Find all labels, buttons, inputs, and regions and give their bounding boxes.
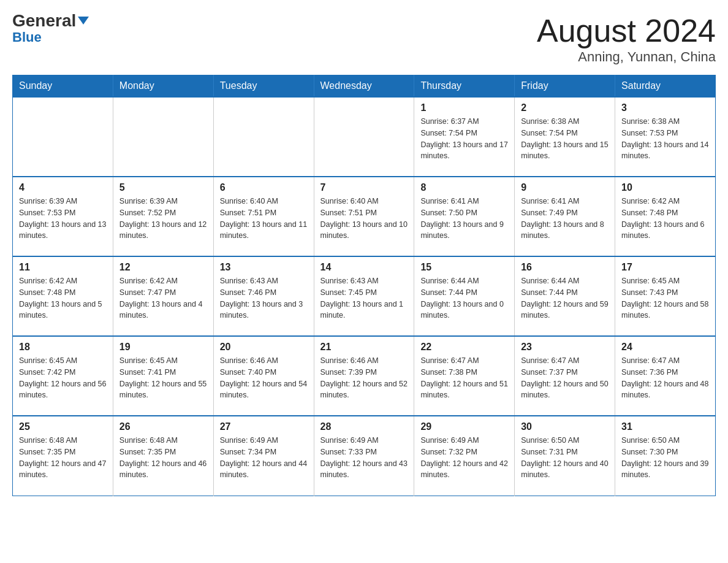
- header-sunday: Sunday: [13, 75, 113, 98]
- calendar-cell: 3Sunrise: 6:38 AMSunset: 7:53 PMDaylight…: [615, 97, 716, 177]
- day-info: Sunrise: 6:42 AMSunset: 7:48 PMDaylight:…: [19, 275, 107, 321]
- calendar-cell: 29Sunrise: 6:49 AMSunset: 7:32 PMDayligh…: [414, 416, 515, 496]
- day-number: 15: [420, 262, 508, 273]
- calendar-cell: [314, 97, 414, 177]
- day-number: 16: [521, 262, 609, 273]
- day-info: Sunrise: 6:40 AMSunset: 7:51 PMDaylight:…: [220, 196, 308, 242]
- calendar-cell: 1Sunrise: 6:37 AMSunset: 7:54 PMDaylight…: [414, 97, 515, 177]
- day-info: Sunrise: 6:50 AMSunset: 7:30 PMDaylight:…: [621, 435, 709, 481]
- week-row-5: 25Sunrise: 6:48 AMSunset: 7:35 PMDayligh…: [13, 416, 716, 496]
- calendar-cell: 27Sunrise: 6:49 AMSunset: 7:34 PMDayligh…: [213, 416, 314, 496]
- day-info: Sunrise: 6:40 AMSunset: 7:51 PMDaylight:…: [320, 196, 408, 242]
- day-number: 12: [119, 262, 207, 273]
- calendar-cell: 7Sunrise: 6:40 AMSunset: 7:51 PMDaylight…: [314, 177, 414, 256]
- day-info: Sunrise: 6:48 AMSunset: 7:35 PMDaylight:…: [19, 435, 107, 481]
- calendar-cell: 23Sunrise: 6:47 AMSunset: 7:37 PMDayligh…: [515, 336, 615, 416]
- day-info: Sunrise: 6:38 AMSunset: 7:53 PMDaylight:…: [621, 116, 709, 162]
- day-number: 26: [119, 421, 207, 432]
- day-number: 4: [19, 182, 107, 193]
- calendar-cell: 14Sunrise: 6:43 AMSunset: 7:45 PMDayligh…: [314, 256, 414, 336]
- day-info: Sunrise: 6:43 AMSunset: 7:45 PMDaylight:…: [320, 275, 408, 321]
- day-info: Sunrise: 6:45 AMSunset: 7:42 PMDaylight:…: [19, 355, 107, 401]
- day-info: Sunrise: 6:49 AMSunset: 7:33 PMDaylight:…: [320, 435, 408, 481]
- day-info: Sunrise: 6:49 AMSunset: 7:34 PMDaylight:…: [220, 435, 308, 481]
- calendar-cell: 15Sunrise: 6:44 AMSunset: 7:44 PMDayligh…: [414, 256, 515, 336]
- day-info: Sunrise: 6:41 AMSunset: 7:50 PMDaylight:…: [420, 196, 508, 242]
- calendar-header-row: SundayMondayTuesdayWednesdayThursdayFrid…: [13, 75, 716, 98]
- calendar-cell: [113, 97, 213, 177]
- day-info: Sunrise: 6:42 AMSunset: 7:48 PMDaylight:…: [621, 196, 709, 242]
- day-info: Sunrise: 6:50 AMSunset: 7:31 PMDaylight:…: [521, 435, 609, 481]
- calendar-cell: [213, 97, 314, 177]
- calendar-cell: 31Sunrise: 6:50 AMSunset: 7:30 PMDayligh…: [615, 416, 716, 496]
- day-number: 30: [521, 421, 609, 432]
- day-number: 6: [220, 182, 308, 193]
- calendar-cell: 11Sunrise: 6:42 AMSunset: 7:48 PMDayligh…: [13, 256, 113, 336]
- day-number: 25: [19, 421, 107, 432]
- calendar-cell: 18Sunrise: 6:45 AMSunset: 7:42 PMDayligh…: [13, 336, 113, 416]
- title-area: August 2024 Anning, Yunnan, China: [537, 12, 716, 65]
- calendar-cell: 21Sunrise: 6:46 AMSunset: 7:39 PMDayligh…: [314, 336, 414, 416]
- day-info: Sunrise: 6:47 AMSunset: 7:36 PMDaylight:…: [621, 355, 709, 401]
- day-info: Sunrise: 6:39 AMSunset: 7:52 PMDaylight:…: [119, 196, 207, 242]
- day-number: 2: [521, 102, 609, 113]
- day-info: Sunrise: 6:47 AMSunset: 7:37 PMDaylight:…: [521, 355, 609, 401]
- location: Anning, Yunnan, China: [537, 49, 716, 65]
- week-row-1: 1Sunrise: 6:37 AMSunset: 7:54 PMDaylight…: [13, 97, 716, 177]
- day-number: 3: [621, 102, 709, 113]
- week-row-4: 18Sunrise: 6:45 AMSunset: 7:42 PMDayligh…: [13, 336, 716, 416]
- day-number: 28: [320, 421, 408, 432]
- day-number: 8: [420, 182, 508, 193]
- calendar-cell: 30Sunrise: 6:50 AMSunset: 7:31 PMDayligh…: [515, 416, 615, 496]
- page-header: General Blue August 2024 Anning, Yunnan,…: [12, 12, 716, 65]
- day-number: 5: [119, 182, 207, 193]
- calendar-cell: 9Sunrise: 6:41 AMSunset: 7:49 PMDaylight…: [515, 177, 615, 256]
- day-number: 29: [420, 421, 508, 432]
- day-number: 31: [621, 421, 709, 432]
- day-number: 24: [621, 342, 709, 353]
- week-row-2: 4Sunrise: 6:39 AMSunset: 7:53 PMDaylight…: [13, 177, 716, 256]
- day-info: Sunrise: 6:45 AMSunset: 7:43 PMDaylight:…: [621, 275, 709, 321]
- week-row-3: 11Sunrise: 6:42 AMSunset: 7:48 PMDayligh…: [13, 256, 716, 336]
- month-title: August 2024: [537, 12, 716, 49]
- day-number: 13: [220, 262, 308, 273]
- calendar-cell: 19Sunrise: 6:45 AMSunset: 7:41 PMDayligh…: [113, 336, 213, 416]
- calendar-cell: 4Sunrise: 6:39 AMSunset: 7:53 PMDaylight…: [13, 177, 113, 256]
- day-info: Sunrise: 6:48 AMSunset: 7:35 PMDaylight:…: [119, 435, 207, 481]
- day-number: 9: [521, 182, 609, 193]
- calendar-cell: [13, 97, 113, 177]
- calendar-cell: 22Sunrise: 6:47 AMSunset: 7:38 PMDayligh…: [414, 336, 515, 416]
- day-number: 1: [420, 102, 508, 113]
- day-info: Sunrise: 6:39 AMSunset: 7:53 PMDaylight:…: [19, 196, 107, 242]
- day-number: 23: [521, 342, 609, 353]
- day-info: Sunrise: 6:38 AMSunset: 7:54 PMDaylight:…: [521, 116, 609, 162]
- header-tuesday: Tuesday: [213, 75, 314, 98]
- day-info: Sunrise: 6:43 AMSunset: 7:46 PMDaylight:…: [220, 275, 308, 321]
- header-friday: Friday: [515, 75, 615, 98]
- logo-general: General: [12, 12, 89, 29]
- day-info: Sunrise: 6:47 AMSunset: 7:38 PMDaylight:…: [420, 355, 508, 401]
- calendar-cell: 6Sunrise: 6:40 AMSunset: 7:51 PMDaylight…: [213, 177, 314, 256]
- calendar-cell: 25Sunrise: 6:48 AMSunset: 7:35 PMDayligh…: [13, 416, 113, 496]
- logo-blue: Blue: [12, 29, 42, 45]
- calendar-cell: 16Sunrise: 6:44 AMSunset: 7:44 PMDayligh…: [515, 256, 615, 336]
- calendar-table: SundayMondayTuesdayWednesdayThursdayFrid…: [12, 75, 716, 496]
- day-number: 22: [420, 342, 508, 353]
- calendar-cell: 24Sunrise: 6:47 AMSunset: 7:36 PMDayligh…: [615, 336, 716, 416]
- day-info: Sunrise: 6:44 AMSunset: 7:44 PMDaylight:…: [420, 275, 508, 321]
- calendar-cell: 20Sunrise: 6:46 AMSunset: 7:40 PMDayligh…: [213, 336, 314, 416]
- calendar-cell: 5Sunrise: 6:39 AMSunset: 7:52 PMDaylight…: [113, 177, 213, 256]
- calendar-cell: 10Sunrise: 6:42 AMSunset: 7:48 PMDayligh…: [615, 177, 716, 256]
- day-info: Sunrise: 6:37 AMSunset: 7:54 PMDaylight:…: [420, 116, 508, 162]
- logo: General Blue: [12, 12, 89, 45]
- day-number: 17: [621, 262, 709, 273]
- day-number: 10: [621, 182, 709, 193]
- day-number: 14: [320, 262, 408, 273]
- day-info: Sunrise: 6:41 AMSunset: 7:49 PMDaylight:…: [521, 196, 609, 242]
- header-saturday: Saturday: [615, 75, 716, 98]
- day-info: Sunrise: 6:44 AMSunset: 7:44 PMDaylight:…: [521, 275, 609, 321]
- header-wednesday: Wednesday: [314, 75, 414, 98]
- day-number: 19: [119, 342, 207, 353]
- day-info: Sunrise: 6:46 AMSunset: 7:40 PMDaylight:…: [220, 355, 308, 401]
- day-number: 11: [19, 262, 107, 273]
